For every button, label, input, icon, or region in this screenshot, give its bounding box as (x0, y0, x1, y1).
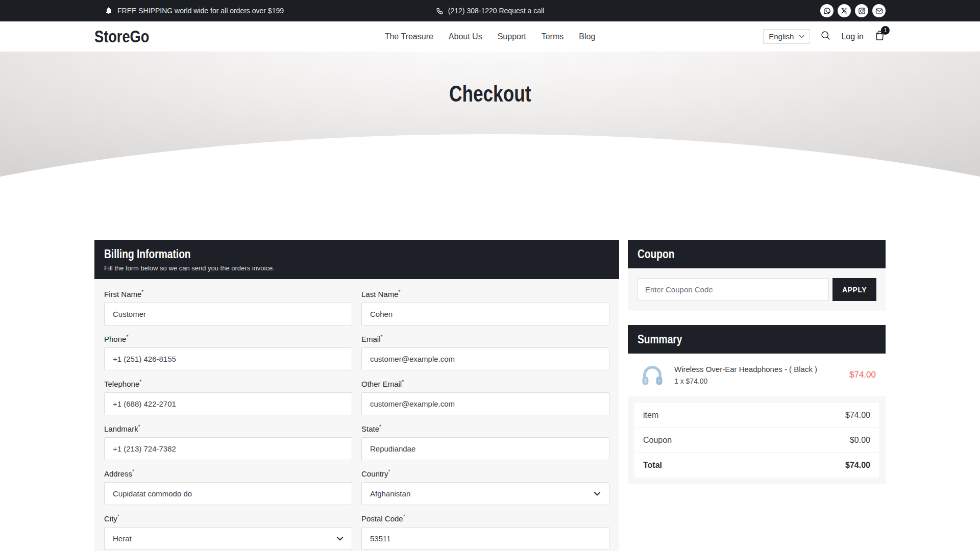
field-phone: Phone* (104, 334, 352, 370)
nav-item-about-us[interactable]: About Us (449, 32, 482, 41)
product-name: Wireless Over-Ear Headphones - ( Black ) (674, 365, 842, 373)
billing-subtitle: Fill the form below so we can send you t… (104, 264, 609, 272)
summary-header: Summary (628, 325, 886, 354)
last-name-input[interactable] (361, 303, 609, 325)
field-postal-code: Postal Code* (361, 514, 609, 550)
search-icon[interactable] (820, 30, 831, 43)
field-landmark: Landmark* (104, 424, 352, 460)
totals-value: $0.00 (850, 436, 870, 445)
field-email: Email* (361, 334, 609, 370)
postal-code-input[interactable] (361, 527, 609, 550)
bell-icon (105, 7, 113, 15)
totals-value: $74.00 (845, 461, 870, 470)
landmark-input[interactable] (104, 437, 352, 460)
totals-label: Coupon (643, 436, 672, 445)
address-input[interactable] (104, 482, 352, 505)
totals-label: item (643, 411, 658, 420)
social-links (820, 4, 886, 17)
field-country: Country* Afghanistan (361, 469, 609, 505)
hero-curve (0, 134, 980, 238)
shipping-notice-text: FREE SHIPPING world wide for all orders … (117, 7, 284, 15)
page-title: Checkout (0, 81, 980, 107)
coupon-code-input[interactable] (637, 278, 829, 301)
totals-label: Total (643, 461, 662, 470)
chevron-down-icon (799, 35, 804, 38)
summary-card: Summary Wireless Over-Ear Headphones (628, 325, 886, 484)
state-input[interactable] (361, 437, 609, 460)
nav-item-support[interactable]: Support (498, 32, 526, 41)
logo-text: StoreGo (94, 27, 149, 46)
summary-title: Summary (638, 332, 682, 346)
field-address: Address* (104, 469, 352, 505)
announcement-bar: FREE SHIPPING world wide for all orders … (0, 0, 980, 21)
shipping-notice: FREE SHIPPING world wide for all orders … (105, 7, 284, 15)
totals-row-coupon: Coupon $0.00 (634, 428, 879, 453)
billing-title: Billing Information (104, 247, 191, 261)
field-last-name: Last Name* (361, 289, 609, 325)
field-first-name: First Name* (104, 289, 352, 325)
field-telephone: Telephone* (104, 379, 352, 415)
language-value: English (769, 32, 794, 41)
field-state: State* (361, 424, 609, 460)
language-select[interactable]: English (763, 29, 810, 44)
request-call-link[interactable]: (212) 308-1220 Request a call (436, 7, 544, 15)
nav-item-blog[interactable]: Blog (579, 32, 595, 41)
nav-item-terms[interactable]: Terms (542, 32, 564, 41)
field-other-email: Other Email* (361, 379, 609, 415)
main-nav: The Treasure About Us Support Terms Blog (385, 32, 596, 41)
summary-product-row: Wireless Over-Ear Headphones - ( Black )… (628, 354, 886, 396)
field-city: City* Herat (104, 514, 352, 550)
coupon-card: Coupon APPLY (628, 240, 886, 311)
phone-icon (436, 7, 444, 15)
coupon-header: Coupon (628, 240, 886, 268)
hero-banner: Checkout (0, 52, 980, 238)
telephone-input[interactable] (104, 392, 352, 415)
instagram-icon[interactable] (855, 4, 868, 17)
first-name-input[interactable] (104, 303, 352, 325)
cart-count-badge: 1 (881, 26, 890, 35)
totals-row-item: item $74.00 (634, 403, 879, 428)
mail-icon[interactable] (872, 4, 886, 17)
headphones-image (638, 360, 667, 390)
billing-information-card: Billing Information Fill the form below … (94, 240, 619, 551)
logo[interactable]: StoreGo (94, 27, 163, 46)
product-price: $74.00 (849, 370, 876, 380)
chevron-down-icon (336, 536, 344, 541)
coupon-title: Coupon (638, 247, 675, 261)
login-link[interactable]: Log in (841, 32, 864, 41)
x-icon[interactable] (838, 4, 851, 17)
whatsapp-icon[interactable] (820, 4, 834, 17)
cart-button[interactable]: 1 (874, 30, 886, 43)
phone-input[interactable] (104, 347, 352, 370)
nav-item-the-treasure[interactable]: The Treasure (385, 32, 433, 41)
country-select[interactable]: Afghanistan (361, 482, 609, 505)
email-input[interactable] (361, 347, 609, 370)
phone-text: (212) 308-1220 Request a call (448, 7, 544, 15)
chevron-down-icon (594, 491, 601, 496)
totals-row-total: Total $74.00 (634, 453, 879, 478)
city-select[interactable]: Herat (104, 527, 352, 550)
summary-totals-table: item $74.00 Coupon $0.00 Total $74.00 (634, 403, 879, 478)
billing-header: Billing Information Fill the form below … (94, 240, 619, 279)
product-qty-line: 1 x $74.00 (674, 377, 842, 385)
other-email-input[interactable] (361, 392, 609, 415)
apply-coupon-button[interactable]: APPLY (832, 278, 876, 301)
totals-value: $74.00 (845, 411, 870, 420)
site-header: StoreGo The Treasure About Us Support Te… (0, 21, 980, 52)
